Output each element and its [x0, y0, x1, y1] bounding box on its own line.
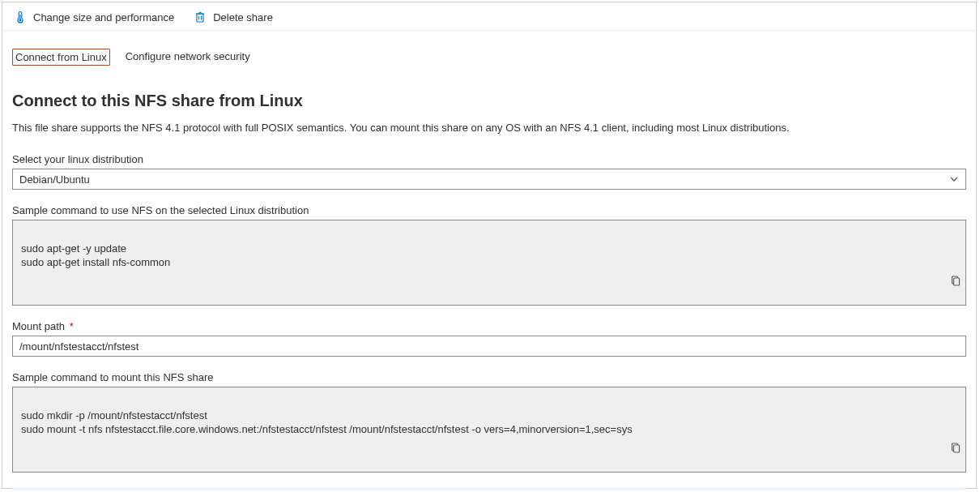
distro-select[interactable]: Debian/Ubuntu: [12, 169, 966, 190]
required-asterisk: *: [70, 320, 74, 332]
info-message-box: The storage account is configured for us…: [12, 487, 966, 490]
delete-share-label: Delete share: [213, 11, 273, 24]
nfs-connect-panel: Change size and performance Delete share…: [2, 2, 977, 489]
tab-bar: Connect from Linux Configure network sec…: [2, 31, 976, 69]
copy-icon[interactable]: [949, 260, 961, 302]
content-area: Connect to this NFS share from Linux Thi…: [2, 69, 976, 490]
sample-install-label: Sample command to use NFS on the selecte…: [12, 204, 966, 216]
mount-path-input[interactable]: [12, 336, 966, 357]
page-title: Connect to this NFS share from Linux: [12, 92, 966, 110]
chevron-down-icon: [949, 174, 959, 184]
sample-mount-code: sudo mkdir -p /mount/nfstestacct/nfstest…: [12, 387, 966, 473]
mount-path-label-text: Mount path: [12, 320, 65, 332]
distro-label: Select your linux distribution: [12, 153, 966, 165]
page-description: This file share supports the NFS 4.1 pro…: [12, 122, 966, 134]
mount-path-label: Mount path *: [12, 320, 966, 332]
svg-rect-8: [954, 278, 960, 285]
distro-selected-value: Debian/Ubuntu: [19, 173, 90, 186]
thermometer-icon: [14, 11, 27, 24]
svg-rect-10: [954, 445, 960, 452]
change-size-label: Change size and performance: [33, 11, 174, 24]
tab-configure-security[interactable]: Configure network security: [123, 49, 253, 66]
delete-share-button[interactable]: Delete share: [194, 11, 273, 24]
command-bar: Change size and performance Delete share: [2, 2, 976, 31]
change-size-button[interactable]: Change size and performance: [14, 11, 174, 24]
trash-icon: [194, 11, 207, 24]
svg-rect-2: [197, 14, 203, 22]
sample-mount-text: sudo mkdir -p /mount/nfstestacct/nfstest…: [21, 409, 633, 436]
sample-mount-label: Sample command to mount this NFS share: [12, 371, 966, 383]
sample-install-code: sudo apt-get -y update sudo apt-get inst…: [12, 220, 966, 306]
copy-icon[interactable]: [949, 427, 961, 468]
tab-connect-linux[interactable]: Connect from Linux: [12, 49, 110, 66]
sample-install-text: sudo apt-get -y update sudo apt-get inst…: [21, 242, 170, 269]
